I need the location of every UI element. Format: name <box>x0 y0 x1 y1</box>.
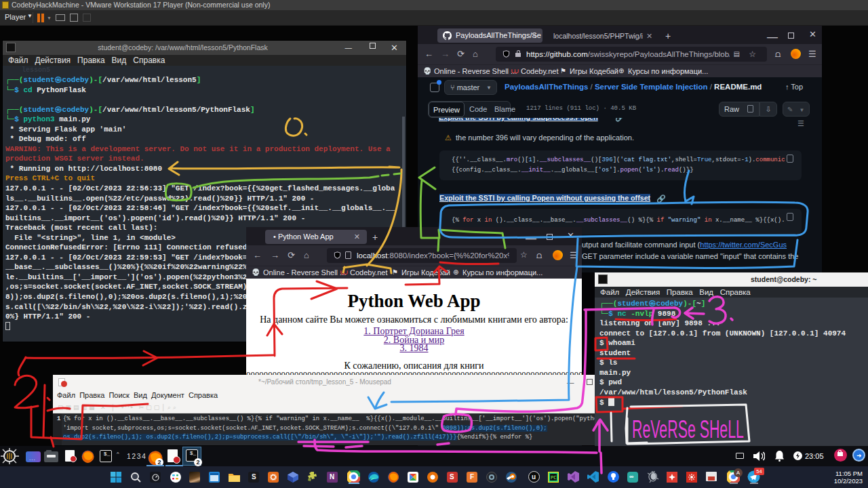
svg-text:ReVeRSe SHeLL: ReVeRSe SHeLL <box>632 415 744 443</box>
